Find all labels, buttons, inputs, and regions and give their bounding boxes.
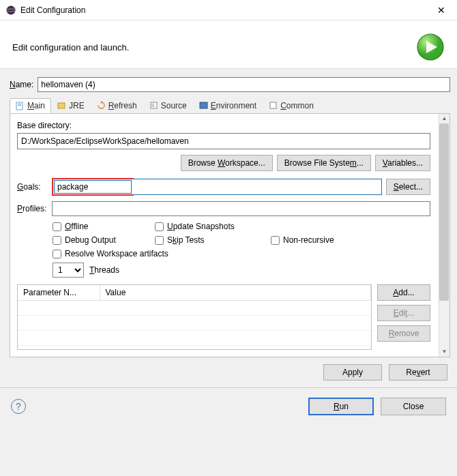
tab-common-label: Common [280,101,314,110]
tab-panel-main: ▲ ▼ Base directory: Browse Workspace... … [10,114,450,357]
content-area: NName:ame: Main JRE Refresh S Source Env… [0,69,457,387]
apply-revert-row: Apply Revert [10,357,450,382]
title-bar: Edit Configuration ✕ [0,0,457,20]
parameter-table[interactable]: Parameter N... Value [17,284,372,350]
source-icon: S [149,101,158,110]
eclipse-icon [5,5,16,16]
remove-parameter-button: Remove [377,325,430,342]
help-icon[interactable]: ? [11,399,26,414]
name-label: NName:ame: [10,80,33,89]
threads-row: 1 Threads [53,263,430,278]
close-icon[interactable]: ✕ [431,5,452,16]
scrollbar[interactable]: ▲ ▼ [439,114,449,357]
common-icon [269,101,278,110]
threads-select[interactable]: 1 [53,263,84,278]
browse-workspace-button[interactable]: Browse Workspace... [181,155,273,171]
revert-button[interactable]: Revert [389,364,447,381]
base-directory-input[interactable] [17,133,430,149]
close-button[interactable]: Close [381,398,446,415]
tab-refresh-label: Refresh [108,101,137,110]
tab-jre[interactable]: JRE [51,98,91,113]
header-subtitle: Edit configuration and launch. [12,42,129,53]
tab-source-label: Source [161,101,187,110]
debug-output-checkbox[interactable]: Debug Output [53,235,155,245]
svg-rect-4 [16,102,23,110]
browse-filesystem-button[interactable]: Browse File System... [277,155,371,171]
svg-rect-7 [58,103,65,108]
environment-icon [199,101,208,110]
refresh-icon [97,101,106,110]
goals-input[interactable] [54,180,132,194]
table-header-row: Parameter N... Value [18,285,371,301]
tab-main-label: Main [27,101,45,110]
parameter-area: Parameter N... Value Add... Edit... Remo… [17,284,430,350]
skip-tests-checkbox[interactable]: Skip Tests [155,235,271,245]
non-recursive-checkbox[interactable]: Non-recursive [271,235,373,245]
tab-common[interactable]: Common [263,98,320,113]
svg-rect-6 [18,105,21,106]
window-title: Edit Configuration [20,5,431,15]
select-goals-button[interactable]: Select... [386,179,430,195]
tab-main[interactable]: Main [10,98,51,113]
base-dir-button-row: Browse Workspace... Browse File System..… [17,155,430,171]
parameter-button-column: Add... Edit... Remove [377,284,430,350]
table-row[interactable] [18,331,371,346]
jre-icon [57,101,66,110]
tab-jre-label: JRE [69,101,85,110]
run-icon [416,33,445,61]
column-value[interactable]: Value [100,285,371,301]
svg-marker-8 [101,101,103,104]
dialog-footer: ? Run Close [0,387,457,425]
svg-rect-11 [200,102,207,108]
column-parameter-name[interactable]: Parameter N... [18,285,100,301]
variables-button[interactable]: Variables... [375,155,430,171]
tab-source[interactable]: S Source [143,98,193,113]
profiles-input[interactable] [52,201,430,216]
goals-row: Goals: Select... [17,178,430,196]
options-grid: Offline Update Snapshots Debug Output Sk… [53,222,430,258]
threads-label: Threads [89,265,119,275]
offline-checkbox[interactable]: Offline [53,222,155,231]
apply-button[interactable]: Apply [323,364,382,381]
tab-environment-label: Environment [211,101,256,110]
table-row[interactable] [18,301,371,316]
add-parameter-button[interactable]: Add... [377,284,430,301]
scrollbar-thumb[interactable] [439,123,449,301]
run-button[interactable]: Run [308,398,374,415]
scroll-down-icon[interactable]: ▼ [439,347,449,357]
base-directory-label: Base directory: [17,121,430,130]
profiles-label: Profiles: [17,204,48,213]
goals-highlight-box [52,178,134,196]
goals-label: Goals: [17,182,48,192]
tab-bar: Main JRE Refresh S Source Environment Co… [10,98,450,114]
tab-environment[interactable]: Environment [193,98,263,113]
update-snapshots-checkbox[interactable]: Update Snapshots [155,222,271,231]
scroll-up-icon[interactable]: ▲ [439,114,449,123]
name-row: NName:ame: [10,77,450,92]
svg-text:S: S [151,103,155,108]
footer-buttons: Run Close [308,398,446,415]
resolve-workspace-checkbox[interactable]: Resolve Workspace artifacts [53,249,373,258]
goals-input-extension[interactable] [132,179,382,195]
dialog-header: Edit configuration and launch. [0,20,457,69]
profiles-row: Profiles: [17,201,430,216]
svg-rect-5 [18,104,21,104]
tab-refresh[interactable]: Refresh [91,98,143,113]
edit-parameter-button: Edit... [377,305,430,321]
svg-rect-12 [270,102,276,108]
name-input[interactable] [38,77,450,92]
table-row[interactable] [18,316,371,331]
svg-point-0 [7,5,16,14]
document-icon [16,102,25,110]
